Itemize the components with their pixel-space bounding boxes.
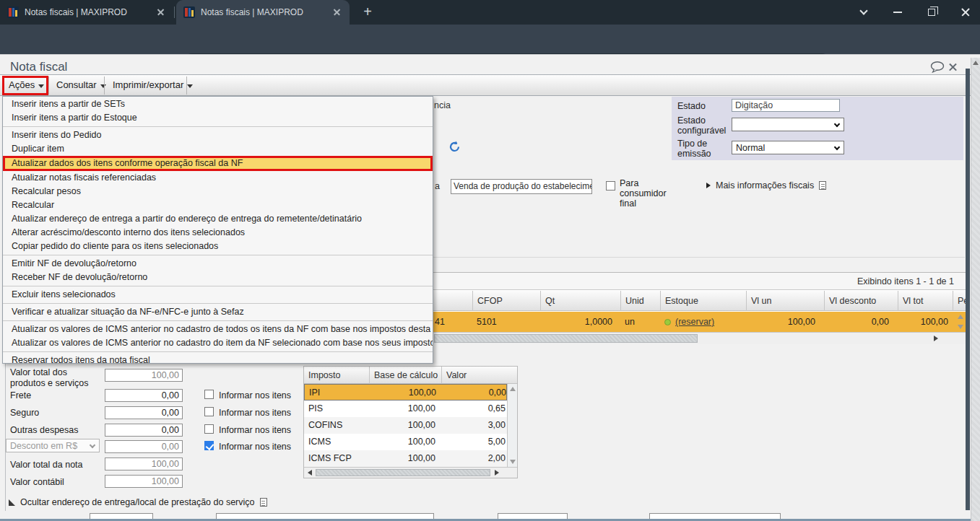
label-fragment-operacao: a — [435, 181, 440, 191]
menu-imprimir-button[interactable]: Imprimir/exportar — [107, 75, 199, 95]
outras-despesas-informar-checkbox[interactable] — [204, 424, 214, 434]
mais-informacoes-label: Mais informações fiscais — [716, 180, 814, 191]
menu-item[interactable]: Verificar e atualizar situação da NF-e/N… — [3, 305, 433, 319]
menu-item[interactable]: Recalcular — [3, 198, 433, 212]
estado-input[interactable] — [732, 99, 840, 112]
menu-item[interactable]: Atualizar endereço de entrega a partir d… — [3, 212, 433, 226]
desconto-input[interactable] — [105, 440, 183, 453]
menu-item[interactable]: Alterar acréscimo/desconto interno dos i… — [3, 226, 433, 240]
tab-close-icon[interactable] — [332, 7, 342, 17]
desconto-select[interactable]: Desconto em R$ — [6, 439, 100, 452]
scrollbar-thumb[interactable] — [434, 334, 698, 343]
menu-item[interactable]: Emitir NF de devolução/retorno — [3, 257, 433, 271]
tab-close-icon[interactable] — [156, 7, 166, 17]
impostos-horizontal-scrollbar[interactable] — [304, 467, 517, 478]
col-header-qt[interactable]: Qt — [540, 291, 620, 311]
outras-despesas-input[interactable] — [105, 424, 183, 437]
tab-search-chevron-icon[interactable] — [847, 0, 880, 25]
col-header-valor[interactable]: Valor — [441, 367, 507, 384]
acoes-dropdown-menu: Inserir itens a partir de SETs Inserir i… — [2, 96, 433, 364]
scroll-right-arrow-icon[interactable] — [934, 336, 938, 341]
menu-item[interactable]: Recalcular pesos — [3, 185, 433, 198]
frete-label: Frete — [10, 390, 104, 401]
menu-consultar-label: Consultar — [56, 75, 97, 95]
reservar-link[interactable]: (reservar) — [675, 312, 714, 332]
chevron-down-icon — [90, 442, 95, 448]
col-header-estoque[interactable]: Estoque — [660, 291, 746, 311]
valor-total-produtos-input[interactable] — [105, 369, 183, 382]
col-header-vldesconto[interactable]: Vl desconto — [824, 291, 898, 311]
seguro-informar-checkbox[interactable] — [204, 407, 214, 416]
operacao-fiscal-input[interactable]: Venda de produção do estabelecime — [451, 179, 592, 194]
estado-panel: Estado Estado configurável Tipo de emiss… — [672, 97, 963, 160]
menu-item[interactable]: Atualizar notas fiscais referenciadas — [3, 171, 433, 185]
frete-input[interactable] — [105, 389, 183, 402]
browser-tab-1[interactable]: Notas fiscais | MAXIPROD — [0, 0, 173, 25]
col-header-vltot[interactable]: Vl tot — [898, 291, 953, 311]
page-close-icon[interactable] — [948, 62, 958, 72]
scroll-right-arrow-icon[interactable] — [495, 470, 499, 476]
menu-acoes-button[interactable]: Ações — [3, 75, 50, 95]
menu-separator — [3, 286, 433, 286]
valor-contabil-label: Valor contábil — [10, 477, 104, 488]
imposto-row-cofins[interactable]: COFINS 100,00 3,00 — [304, 417, 507, 434]
label-fragment-referencia: ncia — [434, 100, 451, 110]
tipo-emissao-value: Normal — [736, 143, 831, 153]
scrollbar-thumb[interactable] — [316, 469, 490, 476]
menu-item[interactable]: Copiar pedido do cliente para os itens s… — [3, 240, 433, 253]
window-minimize-button[interactable] — [881, 0, 914, 25]
col-header-cfop[interactable]: CFOP — [472, 291, 540, 311]
outras-despesas-informar-label: Informar nos itens — [219, 425, 291, 435]
menu-item[interactable]: Atualizar os valores de ICMS anterior no… — [3, 336, 433, 350]
menu-item[interactable]: Receber NF de devolução/retorno — [3, 271, 433, 284]
valor-total-nota-input[interactable] — [105, 457, 183, 470]
col-header-unid[interactable]: Unid — [620, 291, 660, 311]
desconto-informar-checkbox-checked[interactable] — [204, 441, 214, 450]
window-restore-button[interactable] — [915, 0, 948, 25]
menu-item-highlighted[interactable]: Atualizar dados dos itens conforme opera… — [3, 156, 433, 171]
estado-configuravel-select[interactable] — [732, 118, 844, 131]
items-grid-vertical-scrollbar[interactable] — [955, 312, 966, 332]
scroll-left-arrow-icon[interactable] — [308, 470, 312, 476]
menu-item[interactable]: Inserir itens a partir de SETs — [3, 97, 433, 111]
menu-item[interactable]: Inserir itens do Pedido — [3, 128, 433, 142]
menu-item[interactable]: Excluir itens selecionados — [3, 288, 433, 302]
window-close-button[interactable] — [949, 0, 980, 25]
menu-separator — [3, 255, 433, 255]
scroll-up-arrow-icon[interactable] — [973, 61, 979, 65]
page-vertical-scrollbar[interactable] — [971, 58, 980, 521]
seguro-input[interactable] — [105, 406, 183, 419]
imposto-row-icmsfcp[interactable]: ICMS FCP 100,00 2,00 — [304, 450, 507, 467]
sync-refresh-icon[interactable] — [448, 141, 461, 156]
desconto-select-value: Desconto em R$ — [10, 441, 86, 451]
document-icon — [260, 498, 267, 507]
tab-separator — [174, 6, 175, 18]
mais-informacoes-fiscais-toggle[interactable]: Mais informações fiscais — [706, 180, 826, 191]
imposto-row-ipi[interactable]: IPI 100,00 0,00 — [304, 384, 507, 400]
imposto-row-pis[interactable]: PIS 100,00 0,65 — [304, 400, 507, 417]
menu-item[interactable]: Atualizar os valores de ICMS anterior no… — [3, 323, 433, 336]
browser-tab-2-active[interactable]: Notas fiscais | MAXIPROD — [176, 0, 350, 25]
comment-bubble-icon[interactable] — [930, 61, 945, 76]
menu-item[interactable]: Reservar todos itens da nota fiscal — [3, 354, 433, 367]
menu-item[interactable]: Inserir itens a partir do Estoque — [3, 111, 433, 125]
imposto-name: ICMS FCP — [308, 450, 366, 467]
menu-consultar-button[interactable]: Consultar — [51, 75, 112, 95]
frete-informar-checkbox[interactable] — [204, 390, 214, 399]
para-consumidor-final-checkbox[interactable] — [606, 181, 615, 191]
menu-item[interactable]: Duplicar item — [3, 142, 433, 156]
col-header-imposto[interactable]: Imposto — [304, 367, 369, 384]
tipo-emissao-select[interactable]: Normal — [732, 141, 844, 154]
caret-down-icon — [100, 84, 106, 88]
imposto-name: ICMS — [308, 434, 366, 450]
valor-contabil-input[interactable] — [105, 475, 183, 488]
new-tab-button[interactable]: + — [359, 4, 376, 21]
imposto-row-icms[interactable]: ICMS 100,00 5,00 — [304, 434, 507, 450]
menu-separator — [3, 320, 433, 321]
col-header-vlun[interactable]: Vl un — [746, 291, 824, 311]
ocultar-endereco-toggle[interactable]: Ocultar endereço de entrega/local de pre… — [9, 497, 267, 507]
caret-down-icon — [38, 84, 44, 88]
impostos-vertical-scrollbar[interactable] — [507, 384, 517, 467]
col-header-base[interactable]: Base de cálculo — [369, 367, 441, 384]
col-header-pedido[interactable]: Pedi — [953, 291, 966, 311]
